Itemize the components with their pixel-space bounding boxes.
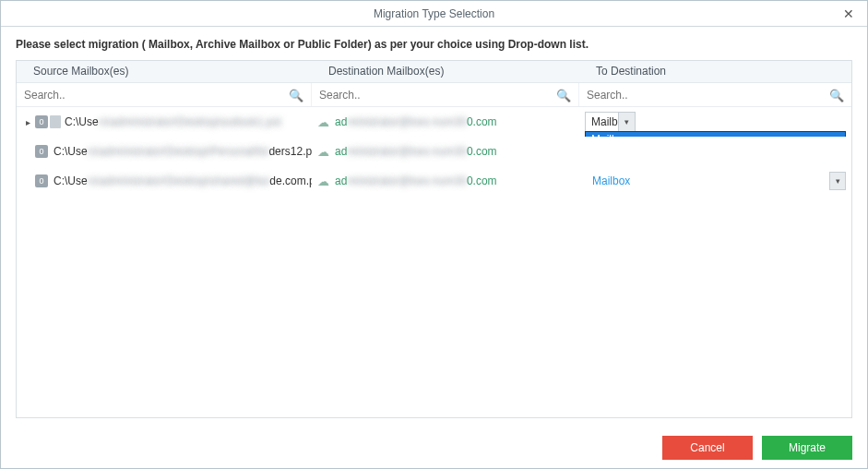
table-row: 0 C:\Users\administrator\Desktop\Persona… bbox=[17, 137, 851, 166]
migration-type-dialog: Migration Type Selection ✕ Please select… bbox=[0, 0, 868, 469]
cloud-icon: ☁ bbox=[317, 145, 329, 159]
search-cell-destination: 🔍 bbox=[312, 83, 579, 106]
dropdown-option-mailbox[interactable]: Mailbox bbox=[586, 132, 845, 137]
count-badge: 0 bbox=[35, 174, 48, 187]
destination-address: administrator@kws-num300.com bbox=[335, 174, 497, 187]
migrate-button[interactable]: Migrate bbox=[762, 436, 852, 460]
cancel-button[interactable]: Cancel bbox=[662, 436, 753, 460]
search-input-todest[interactable] bbox=[579, 83, 851, 106]
todest-dropdown-list: Mailbox Archive Mailbox Public Folder bbox=[585, 131, 846, 137]
chevron-down-icon: ▾ bbox=[618, 113, 635, 131]
data-rows: ▸ 0 C:\Users\administrator\Desktop\outlo… bbox=[17, 107, 851, 417]
close-button[interactable]: ✕ bbox=[830, 1, 867, 27]
count-badge: 0 bbox=[35, 115, 48, 128]
main-grid: Source Mailbox(es) Destination Mailbox(e… bbox=[16, 60, 852, 418]
column-headers: Source Mailbox(es) Destination Mailbox(e… bbox=[17, 61, 851, 83]
search-input-source[interactable] bbox=[17, 83, 311, 106]
footer: Cancel Migrate bbox=[1, 427, 867, 468]
cell-destination: ☁ administrator@kws-num300.com bbox=[312, 107, 579, 137]
cell-destination: ☁ administrator@kws-num300.com bbox=[312, 137, 579, 166]
search-cell-todest: 🔍 bbox=[579, 83, 851, 106]
header-source: Source Mailbox(es) bbox=[17, 61, 312, 82]
count-badge: 0 bbox=[35, 145, 48, 158]
source-path: C:\Users\administrator\Desktop\shared@bs… bbox=[54, 174, 312, 187]
search-cell-source: 🔍 bbox=[17, 83, 312, 106]
search-input-destination[interactable] bbox=[312, 83, 578, 106]
cell-source: ▸ 0 C:\Users\administrator\Desktop\outlo… bbox=[17, 107, 312, 137]
table-row: ▸ 0 C:\Users\administrator\Desktop\outlo… bbox=[17, 107, 851, 137]
cell-todest bbox=[579, 137, 851, 166]
header-destination: Destination Mailbox(es) bbox=[312, 61, 579, 82]
chevron-down-icon[interactable]: ▾ bbox=[829, 172, 846, 190]
window-title: Migration Type Selection bbox=[374, 7, 494, 20]
todest-dropdown[interactable]: Mailbox ▾ bbox=[585, 112, 636, 132]
search-row: 🔍 🔍 🔍 bbox=[17, 83, 851, 107]
source-path: C:\Users\administrator\Desktop\Personal\… bbox=[54, 145, 312, 158]
cell-todest: Mailbox ▾ Mailbox Archive Mailbox Public… bbox=[579, 107, 851, 137]
cloud-icon: ☁ bbox=[317, 174, 329, 188]
cloud-icon: ☁ bbox=[317, 115, 329, 129]
expand-toggle-icon[interactable]: ▸ bbox=[22, 117, 33, 127]
close-icon: ✕ bbox=[843, 6, 854, 21]
destination-address: administrator@kws-num300.com bbox=[335, 145, 497, 158]
cell-source: 0 C:\Users\administrator\Desktop\Persona… bbox=[17, 137, 312, 166]
source-path: C:\Users\administrator\Desktop\outlook1.… bbox=[65, 115, 281, 128]
instruction-text: Please select migration ( Mailbox, Archi… bbox=[1, 27, 867, 60]
destination-address: administrator@kws-num300.com bbox=[335, 115, 497, 128]
file-icon bbox=[50, 115, 61, 128]
header-todest: To Destination bbox=[579, 61, 851, 82]
table-row: 0 C:\Users\administrator\Desktop\shared@… bbox=[17, 166, 851, 196]
cell-todest: Mailbox ▾ bbox=[579, 166, 851, 196]
todest-value: Mailbox bbox=[579, 174, 630, 187]
cell-source: 0 C:\Users\administrator\Desktop\shared@… bbox=[17, 166, 312, 196]
titlebar: Migration Type Selection ✕ bbox=[1, 1, 867, 27]
cell-destination: ☁ administrator@kws-num300.com bbox=[312, 166, 579, 196]
